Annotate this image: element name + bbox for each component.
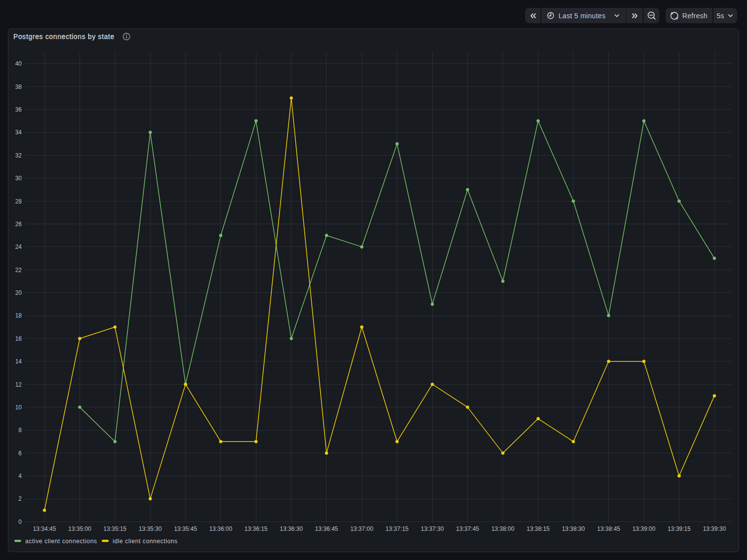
svg-text:6: 6 bbox=[18, 450, 22, 457]
svg-text:13:38:00: 13:38:00 bbox=[491, 525, 514, 532]
svg-text:18: 18 bbox=[15, 312, 22, 319]
svg-text:30: 30 bbox=[15, 175, 22, 182]
svg-text:40: 40 bbox=[15, 60, 22, 67]
svg-text:13:39:30: 13:39:30 bbox=[703, 525, 726, 532]
svg-text:32: 32 bbox=[15, 152, 22, 159]
svg-text:13:36:00: 13:36:00 bbox=[209, 525, 232, 532]
svg-text:13:38:15: 13:38:15 bbox=[527, 525, 550, 532]
svg-text:4: 4 bbox=[18, 473, 22, 480]
svg-text:idle client connections: idle client connections bbox=[113, 538, 178, 545]
svg-text:28: 28 bbox=[15, 198, 22, 205]
svg-text:13:37:45: 13:37:45 bbox=[456, 525, 479, 532]
svg-text:20: 20 bbox=[15, 289, 22, 296]
svg-text:active client connections: active client connections bbox=[25, 538, 97, 545]
svg-text:22: 22 bbox=[15, 267, 22, 274]
svg-text:8: 8 bbox=[18, 427, 22, 434]
svg-text:13:39:00: 13:39:00 bbox=[632, 525, 656, 532]
svg-text:14: 14 bbox=[15, 358, 22, 365]
svg-text:26: 26 bbox=[15, 221, 22, 228]
svg-text:13:34:45: 13:34:45 bbox=[33, 525, 56, 532]
svg-text:13:38:45: 13:38:45 bbox=[597, 525, 621, 532]
svg-text:13:37:30: 13:37:30 bbox=[421, 525, 444, 532]
svg-text:13:35:00: 13:35:00 bbox=[68, 525, 91, 532]
svg-text:13:38:30: 13:38:30 bbox=[562, 525, 585, 532]
svg-text:13:35:15: 13:35:15 bbox=[103, 525, 126, 532]
svg-text:13:35:45: 13:35:45 bbox=[174, 525, 197, 532]
svg-text:0: 0 bbox=[18, 519, 22, 525]
svg-text:13:35:30: 13:35:30 bbox=[139, 525, 162, 532]
svg-text:38: 38 bbox=[15, 83, 22, 90]
svg-text:34: 34 bbox=[15, 129, 22, 136]
svg-text:13:39:15: 13:39:15 bbox=[667, 525, 691, 532]
svg-text:12: 12 bbox=[15, 381, 22, 388]
svg-text:13:36:15: 13:36:15 bbox=[245, 525, 268, 532]
svg-text:13:36:30: 13:36:30 bbox=[280, 525, 303, 532]
svg-text:13:37:15: 13:37:15 bbox=[385, 525, 409, 532]
svg-text:2: 2 bbox=[18, 495, 22, 502]
svg-text:13:37:00: 13:37:00 bbox=[350, 525, 374, 532]
svg-text:13:36:45: 13:36:45 bbox=[315, 525, 338, 532]
svg-text:24: 24 bbox=[15, 243, 22, 250]
svg-text:16: 16 bbox=[15, 335, 22, 342]
svg-text:36: 36 bbox=[15, 106, 22, 113]
svg-text:10: 10 bbox=[15, 404, 22, 411]
